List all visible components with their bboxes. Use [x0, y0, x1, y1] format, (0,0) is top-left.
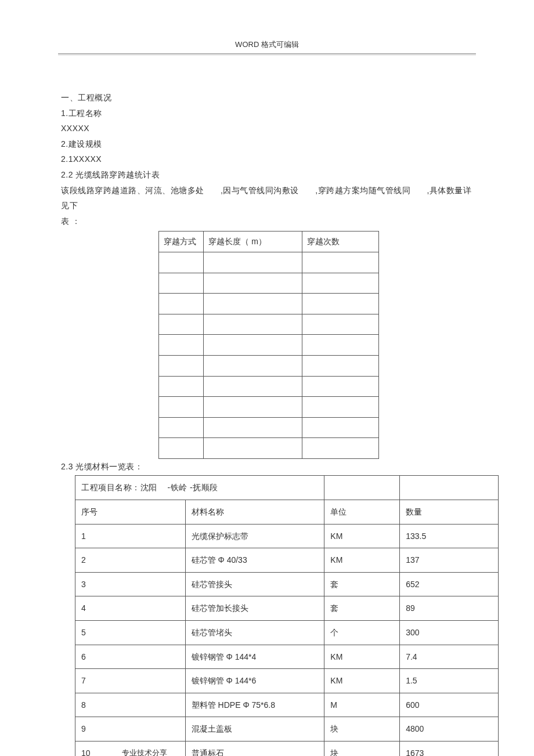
materials-name-cell: 塑料管 HDPE Φ 75*6.8	[185, 693, 324, 717]
crossing-count-header: 穿越次数	[302, 231, 378, 252]
crossing-table-wrap: 穿越方式 穿越长度（ m） 穿越次数	[61, 231, 476, 459]
section-2-1: 2.1XXXXX	[61, 151, 476, 167]
materials-unit-cell: 套	[324, 596, 400, 621]
empty-cell	[158, 314, 204, 335]
document-body: 一、工程概况 1.工程名称 XXXXX 2.建设规模 2.1XXXXX 2.2 …	[0, 55, 534, 756]
project-suffix: -铁岭 -抚顺段	[168, 483, 218, 492]
materials-qty-cell: 133.5	[400, 524, 499, 548]
table-row: 4硅芯管加长接头套89	[75, 596, 499, 621]
materials-no-cell: 4	[75, 596, 186, 621]
empty-cell	[302, 438, 378, 459]
para-frag-b: ,因与气管线同沟敷设	[218, 186, 299, 195]
materials-name-cell: 硅芯管加长接头	[185, 596, 324, 621]
table-row: 工程项目名称：沈阳-铁岭 -抚顺段	[75, 476, 499, 500]
section-2-2-paragraph: 该段线路穿跨越道路、河流、池塘多处 ,因与气管线同沟敷设 ,穿跨越方案均随气管线…	[61, 183, 476, 214]
empty-cell	[204, 273, 302, 294]
empty-cell	[158, 335, 204, 356]
empty-cell	[324, 476, 400, 500]
table-row: 穿越方式 穿越长度（ m） 穿越次数	[158, 231, 378, 252]
project-name-cell: 工程项目名称：沈阳-铁岭 -抚顺段	[75, 476, 324, 500]
empty-cell	[158, 376, 204, 397]
table-row: 6镀锌钢管 Φ 144*4KM7.4	[75, 645, 499, 669]
empty-cell	[302, 294, 378, 314]
materials-unit-cell: KM	[324, 645, 400, 669]
empty-cell	[302, 335, 378, 356]
empty-cell	[158, 355, 204, 376]
empty-cell	[158, 294, 204, 314]
materials-table-wrap: 工程项目名称：沈阳-铁岭 -抚顺段 序号 材料名称 单位 数量 1光缆保护标志带…	[61, 475, 476, 756]
table-row	[158, 314, 378, 335]
empty-cell	[302, 252, 378, 273]
empty-cell	[204, 355, 302, 376]
materials-no-cell: 7	[75, 669, 186, 693]
empty-cell	[302, 376, 378, 397]
table-row	[158, 294, 378, 314]
materials-qty-cell: 300	[400, 621, 499, 645]
para-frag-e: 表 ：	[61, 214, 476, 229]
materials-qty-cell: 4800	[400, 717, 499, 741]
project-name-label: 1.工程名称	[61, 106, 476, 121]
materials-no-cell: 2	[75, 548, 186, 573]
table-row	[158, 417, 378, 438]
table-row: 8塑料管 HDPE Φ 75*6.8M600	[75, 693, 499, 717]
project-label: 工程项目名称：沈阳	[81, 483, 157, 492]
empty-cell	[204, 294, 302, 314]
empty-cell	[400, 476, 499, 500]
table-row: 9混凝土盖板块4800	[75, 717, 499, 741]
project-name-value: XXXXX	[61, 121, 476, 136]
materials-name-cell: 光缆保护标志带	[185, 524, 324, 548]
footer-text: 专业技术分享	[122, 748, 167, 756]
construction-scale-label: 2.建设规模	[61, 136, 476, 152]
empty-cell	[158, 438, 204, 459]
table-row	[158, 252, 378, 273]
materials-no-cell: 6	[75, 645, 186, 669]
materials-name-cell: 硅芯管接头	[185, 572, 324, 596]
table-row	[158, 273, 378, 294]
materials-qty-cell: 600	[400, 693, 499, 717]
table-row	[158, 376, 378, 397]
materials-no-header: 序号	[75, 500, 186, 525]
materials-no-cell: 8	[75, 693, 186, 717]
empty-cell	[204, 397, 302, 418]
materials-no-cell: 5	[75, 621, 186, 645]
materials-qty-cell: 89	[400, 596, 499, 621]
empty-cell	[204, 335, 302, 356]
empty-cell	[158, 252, 204, 273]
empty-cell	[204, 417, 302, 438]
header-text: WORD 格式可编辑	[235, 40, 299, 49]
materials-name-cell: 混凝土盖板	[185, 717, 324, 741]
materials-name-cell: 硅芯管 Φ 40/33	[185, 548, 324, 573]
materials-unit-cell: 个	[324, 621, 400, 645]
empty-cell	[204, 438, 302, 459]
empty-cell	[302, 273, 378, 294]
empty-cell	[158, 273, 204, 294]
materials-unit-cell: M	[324, 693, 400, 717]
page-footer: 专业技术分享	[0, 748, 534, 756]
materials-name-cell: 镀锌钢管 Φ 144*6	[185, 669, 324, 693]
section-2-3-title: 2.3 光缆材料一览表：	[61, 459, 476, 475]
empty-cell	[302, 314, 378, 335]
materials-no-cell: 9	[75, 717, 186, 741]
empty-cell	[158, 417, 204, 438]
crossing-method-header: 穿越方式	[158, 231, 204, 252]
empty-cell	[302, 397, 378, 418]
section-1-title: 一、工程概况	[61, 90, 476, 106]
table-row: 3硅芯管接头套652	[75, 572, 499, 596]
materials-name-header: 材料名称	[185, 500, 324, 525]
empty-cell	[158, 397, 204, 418]
materials-no-cell: 3	[75, 572, 186, 596]
table-row: 1光缆保护标志带KM133.5	[75, 524, 499, 548]
empty-cell	[204, 376, 302, 397]
materials-qty-cell: 652	[400, 572, 499, 596]
materials-unit-cell: KM	[324, 548, 400, 573]
materials-unit-cell: 块	[324, 717, 400, 741]
crossing-table: 穿越方式 穿越长度（ m） 穿越次数	[158, 231, 379, 459]
empty-cell	[302, 355, 378, 376]
table-row: 序号 材料名称 单位 数量	[75, 500, 499, 525]
materials-unit-cell: KM	[324, 669, 400, 693]
table-row	[158, 355, 378, 376]
page-header: WORD 格式可编辑	[0, 0, 534, 50]
section-2-2-title: 2.2 光缆线路穿跨越统计表	[61, 167, 476, 183]
table-row: 7镀锌钢管 Φ 144*6KM1.5	[75, 669, 499, 693]
table-row: 5硅芯管堵头个300	[75, 621, 499, 645]
